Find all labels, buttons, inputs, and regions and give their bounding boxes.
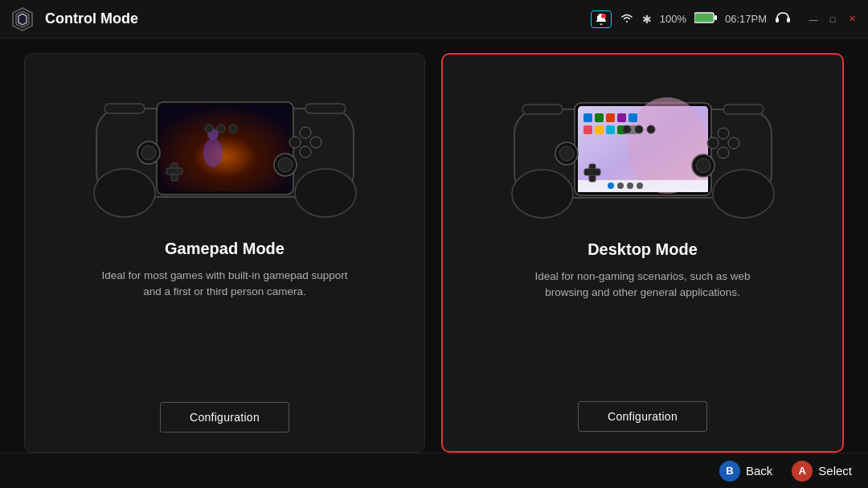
headset-icon — [775, 10, 791, 27]
bottom-bar: B Back A Select — [0, 453, 868, 488]
wifi-icon — [620, 12, 634, 26]
svg-point-60 — [728, 137, 739, 149]
close-button[interactable]: ✕ — [845, 13, 858, 26]
svg-point-67 — [647, 125, 655, 133]
main-content: Gamepad Mode Ideal for most games with b… — [0, 39, 868, 453]
svg-rect-13 — [160, 105, 290, 191]
back-button-icon: B — [719, 461, 740, 482]
bluetooth-icon: ✱ — [642, 13, 652, 26]
svg-point-62 — [707, 137, 719, 149]
svg-point-22 — [300, 127, 311, 138]
svg-point-49 — [608, 182, 614, 189]
svg-point-2 — [601, 14, 606, 18]
svg-point-50 — [617, 182, 624, 189]
svg-rect-42 — [628, 113, 637, 122]
desktop-config-button[interactable]: Configuration — [578, 401, 707, 432]
svg-point-24 — [300, 146, 311, 158]
svg-rect-4 — [695, 14, 713, 22]
svg-point-59 — [718, 128, 729, 139]
svg-rect-7 — [787, 18, 790, 23]
battery-icon — [694, 12, 717, 26]
svg-point-9 — [94, 169, 155, 217]
svg-rect-6 — [776, 18, 779, 23]
svg-point-28 — [205, 125, 213, 133]
svg-point-33 — [713, 170, 774, 218]
titlebar: Control Mode ✱ 100% 06:17PM — [0, 0, 868, 39]
app-logo — [10, 6, 35, 32]
svg-rect-39 — [595, 113, 604, 122]
back-action[interactable]: B Back — [719, 461, 772, 482]
battery-percent: 100% — [660, 13, 686, 25]
svg-rect-48 — [578, 180, 708, 192]
svg-point-23 — [310, 137, 321, 148]
svg-point-10 — [295, 169, 356, 217]
desktop-mode-title: Desktop Mode — [588, 240, 698, 259]
desktop-device-image — [506, 69, 780, 226]
svg-rect-26 — [104, 104, 145, 113]
back-label: Back — [746, 464, 772, 478]
gamepad-config-button[interactable]: Configuration — [160, 402, 289, 433]
svg-rect-45 — [606, 125, 615, 134]
svg-point-19 — [278, 158, 293, 172]
desktop-mode-card[interactable]: Desktop Mode Ideal for non-gaming scenar… — [441, 53, 844, 453]
notification-icon[interactable] — [591, 10, 612, 28]
select-label: Select — [818, 464, 852, 478]
svg-rect-44 — [595, 125, 604, 134]
select-button-icon: A — [792, 461, 813, 482]
select-action[interactable]: A Select — [792, 461, 852, 482]
window-title: Control Mode — [45, 10, 591, 27]
svg-point-56 — [696, 158, 710, 173]
svg-rect-58 — [584, 169, 600, 175]
titlebar-right: ✱ 100% 06:17PM — □ ✕ — [591, 10, 858, 28]
gamepad-mode-desc: Ideal for most games with built-in gamep… — [96, 268, 354, 301]
svg-point-51 — [627, 182, 633, 189]
svg-point-25 — [289, 137, 301, 148]
svg-rect-40 — [606, 113, 615, 122]
svg-point-37 — [627, 97, 707, 194]
clock: 06:17PM — [725, 13, 767, 25]
gamepad-mode-title: Gamepad Mode — [165, 240, 285, 258]
maximize-button[interactable]: □ — [826, 13, 839, 26]
svg-rect-27 — [305, 104, 346, 113]
svg-point-54 — [559, 146, 574, 161]
svg-rect-63 — [522, 105, 563, 114]
svg-point-61 — [718, 147, 729, 158]
minimize-button[interactable]: — — [807, 13, 820, 26]
gamepad-device-image — [88, 68, 362, 225]
gamepad-mode-card[interactable]: Gamepad Mode Ideal for most games with b… — [24, 53, 425, 453]
svg-point-14 — [203, 138, 223, 167]
svg-point-65 — [623, 125, 631, 133]
svg-rect-41 — [617, 113, 626, 122]
svg-point-66 — [635, 125, 643, 133]
window-controls: — □ ✕ — [807, 13, 858, 26]
svg-point-17 — [141, 146, 156, 160]
desktop-mode-desc: Ideal for non-gaming scenarios, such as … — [514, 269, 772, 301]
svg-point-29 — [217, 125, 225, 133]
svg-point-32 — [512, 170, 573, 218]
svg-point-30 — [229, 125, 237, 133]
svg-rect-21 — [166, 168, 182, 174]
svg-rect-38 — [583, 113, 592, 122]
svg-rect-64 — [723, 105, 764, 114]
svg-rect-5 — [714, 15, 717, 20]
svg-point-52 — [637, 182, 643, 189]
svg-rect-43 — [583, 125, 592, 134]
